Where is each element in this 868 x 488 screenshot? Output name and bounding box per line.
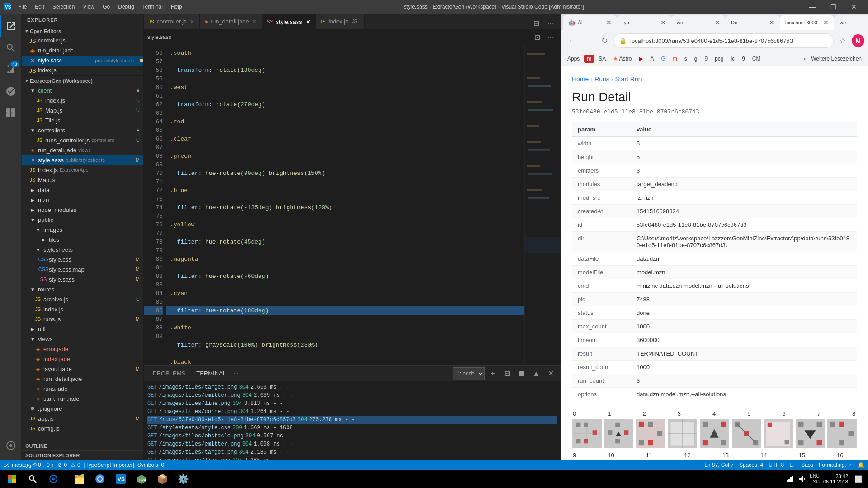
indentation[interactable]: Spaces: 4 (739, 462, 763, 468)
bookmark-apps[interactable]: Apps (565, 55, 582, 63)
tree-folder-util[interactable]: ▸ util (22, 324, 143, 334)
tab-close-button[interactable]: ✕ (189, 18, 195, 25)
start-button[interactable] (2, 470, 22, 488)
terminal-delete-button[interactable]: 🗑 (515, 367, 528, 380)
bookmark-pcg[interactable]: pcg (712, 55, 726, 63)
tree-folder-client[interactable]: ▾ client ● (22, 85, 143, 95)
open-editors-title[interactable]: ▾ Open Editors (22, 26, 143, 36)
search-taskbar-button[interactable] (23, 470, 42, 488)
terminal-close-button[interactable]: ✕ (544, 367, 557, 380)
bookmark-9[interactable]: 9 (702, 55, 710, 63)
maximize-button[interactable]: ❐ (823, 0, 844, 14)
bookmark-cm[interactable]: CM (750, 55, 764, 63)
tree-file-index2[interactable]: JS index.js (22, 304, 143, 314)
tree-file-app[interactable]: JS app.js M (22, 413, 143, 423)
bookmark-yt[interactable]: ▶ (636, 55, 646, 63)
ts-importer[interactable]: [TypeScript Importer]: Symbols: 0 (84, 462, 164, 468)
activity-search[interactable] (0, 37, 22, 59)
menu-go[interactable]: Go (99, 3, 113, 11)
activity-extensions[interactable] (0, 102, 22, 124)
activity-remote[interactable] (0, 435, 22, 456)
file-explorer-taskbar[interactable]: 🗂️ (69, 470, 89, 488)
panel-more[interactable]: ⋯ (233, 371, 239, 377)
problems-tab[interactable]: PROBLEMS (147, 367, 191, 380)
tree-file-tile[interactable]: JS Tile.js (22, 115, 143, 125)
network-icon[interactable] (784, 474, 795, 484)
breadcrumb-home[interactable]: Home (572, 75, 589, 83)
menu-selection[interactable]: Selection (49, 3, 78, 11)
tree-file-style-sass2[interactable]: SS style.sass M (22, 274, 143, 284)
open-editor-item[interactable]: JS controller.js (22, 36, 143, 46)
more-actions-button[interactable]: ⋯ (544, 17, 557, 29)
tree-folder-images[interactable]: ▾ images (22, 225, 143, 235)
tree-file-runs-jade[interactable]: ◈ runs.jade (22, 384, 143, 394)
sync-status[interactable]: ⟲ 0 ↓ 0 ↑ (32, 462, 54, 468)
terminal-split-button[interactable]: ⊟ (501, 367, 514, 380)
language[interactable]: Sass (801, 462, 813, 468)
tree-folder-views[interactable]: ▾ views (22, 334, 143, 344)
bookmark-g[interactable]: G (658, 55, 668, 63)
forward-button[interactable]: → (581, 33, 595, 48)
bookmark-astro[interactable]: ★Astro (610, 55, 634, 63)
tab-close-button[interactable]: ✕ (252, 18, 257, 25)
eol[interactable]: LF (789, 462, 796, 468)
breadcrumb-start-run[interactable]: Start Run (615, 75, 642, 83)
more-button[interactable]: ⋯ (544, 31, 557, 43)
tree-folder-routes[interactable]: ▾ routes (22, 284, 143, 294)
encoding[interactable]: UTF-8 (769, 462, 784, 468)
outline-section[interactable]: OUTLINE (22, 441, 143, 450)
system-tray-locale[interactable]: ENGSG (810, 473, 820, 485)
tree-file-index-jade[interactable]: ◈ index.jade (22, 354, 143, 364)
tab-close[interactable]: ✕ (660, 19, 666, 26)
tree-file-runs[interactable]: JS runs.js M (22, 314, 143, 324)
menu-edit[interactable]: Edit (31, 3, 48, 11)
split-right-button[interactable]: ⊡ (531, 31, 543, 43)
open-editor-item[interactable]: ◈ run_detail.jade (22, 46, 143, 56)
breadcrumb-runs[interactable]: Runs (594, 75, 609, 83)
menu-file[interactable]: File (14, 3, 30, 11)
warning-count[interactable]: ⚠ 0 (71, 462, 80, 468)
tree-file-index-client[interactable]: JS index.js U (22, 95, 143, 105)
chrome-taskbar[interactable] (90, 470, 110, 488)
tree-folder-mzn[interactable]: ▸ mzn (22, 195, 143, 205)
tree-folder-controllers[interactable]: ▾ controllers ● (22, 125, 143, 135)
extra-app-2[interactable]: ⚙️ (173, 470, 193, 488)
error-count[interactable]: ⊘ 0 (57, 462, 67, 468)
tree-folder-node-modules[interactable]: ▸ node_modules (22, 205, 143, 215)
activity-debug[interactable] (0, 80, 22, 102)
tree-file-style-css[interactable]: CSS style.css M (22, 254, 143, 264)
bookmark-g2[interactable]: g (692, 55, 700, 63)
menu-debug[interactable]: Debug (114, 3, 137, 11)
tree-file-gitignore[interactable]: ⚙ .gitignore (22, 404, 143, 413)
browser-tab-5[interactable]: we ✕ (834, 15, 868, 30)
terminal-content[interactable]: GET/images/tiles/target.png3042.653 ms -… (144, 381, 561, 460)
browser-tab-2[interactable]: typ ✕ (617, 15, 671, 30)
tab-close[interactable]: ✕ (606, 19, 612, 26)
terminal-tab[interactable]: TERMINAL (191, 367, 231, 380)
bookmarks-more-button[interactable]: » (803, 56, 807, 62)
tree-folder-data[interactable]: ▸ data (22, 185, 143, 195)
notification-bell[interactable]: 🔔 (858, 462, 864, 468)
activity-explorer[interactable] (0, 15, 22, 37)
browser-tab-4[interactable]: De ✕ (726, 15, 780, 30)
tree-folder-stylesheets[interactable]: ▾ stylesheets (22, 244, 143, 254)
bookmark-s[interactable]: s (682, 55, 690, 63)
browser-tab-ai[interactable]: 🤖 Ai ✕ (563, 15, 617, 30)
cursor-position[interactable]: Ln 87, Col 7 (704, 462, 734, 468)
tab-close[interactable]: ✕ (823, 19, 829, 26)
terminal-maximize-button[interactable]: ▲ (530, 367, 542, 380)
workspace-title[interactable]: ▾ ExtractorGen (Workspace) (22, 76, 143, 85)
tab-controller-js[interactable]: JS controller.js ✕ (144, 14, 200, 29)
bookmark-sa[interactable]: SA (596, 55, 609, 63)
profile-button[interactable]: M (852, 34, 864, 47)
minimize-button[interactable]: — (802, 0, 823, 14)
tree-file-index[interactable]: JS index.js ExtractorApp (22, 165, 143, 175)
back-button[interactable]: ← (565, 33, 579, 48)
cortana-button[interactable] (43, 470, 63, 488)
terminal-add-button[interactable]: + (486, 367, 499, 380)
close-button[interactable]: ✕ (844, 0, 864, 14)
nodejs-taskbar[interactable]: node (132, 470, 151, 488)
open-editor-item[interactable]: JS index.js (22, 66, 143, 75)
tree-file-start-run-jade[interactable]: ◈ start_run.jade (22, 394, 143, 404)
terminal-select[interactable]: 1: node (453, 367, 485, 380)
